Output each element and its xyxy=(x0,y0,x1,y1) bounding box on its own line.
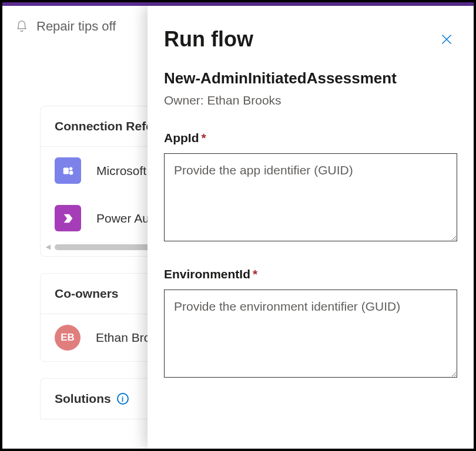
environmentid-label: EnvironmentId xyxy=(164,267,250,281)
appid-input[interactable] xyxy=(164,153,457,241)
repair-tips-label: Repair tips off xyxy=(36,19,116,34)
info-icon[interactable]: i xyxy=(117,393,129,405)
owner-prefix: Owner: xyxy=(164,93,207,107)
bell-icon xyxy=(15,20,28,33)
flow-name: New-AdminInitiatedAssessment xyxy=(164,69,457,87)
required-indicator: * xyxy=(201,131,206,144)
solutions-title: Solutions xyxy=(55,392,111,406)
close-button[interactable] xyxy=(436,29,457,50)
required-indicator: * xyxy=(253,267,257,281)
appid-label: AppId xyxy=(164,131,199,144)
field-appid: AppId* xyxy=(164,131,457,244)
panel-title: Run flow xyxy=(164,27,253,52)
scroll-left-arrow-icon[interactable]: ◄ xyxy=(44,242,52,251)
avatar: EB xyxy=(55,325,81,351)
owner-name: Ethan Brooks xyxy=(207,93,281,107)
run-flow-panel: Run flow New-AdminInitiatedAssessment Ow… xyxy=(148,6,474,449)
close-icon xyxy=(439,32,454,47)
field-environmentid: EnvironmentId* xyxy=(164,267,457,380)
flow-owner: Owner: Ethan Brooks xyxy=(164,93,457,107)
svg-rect-2 xyxy=(69,171,72,174)
power-automate-icon xyxy=(55,205,81,231)
teams-icon xyxy=(55,157,81,184)
svg-point-1 xyxy=(69,167,72,170)
svg-rect-0 xyxy=(63,167,68,174)
environmentid-input[interactable] xyxy=(164,290,457,378)
